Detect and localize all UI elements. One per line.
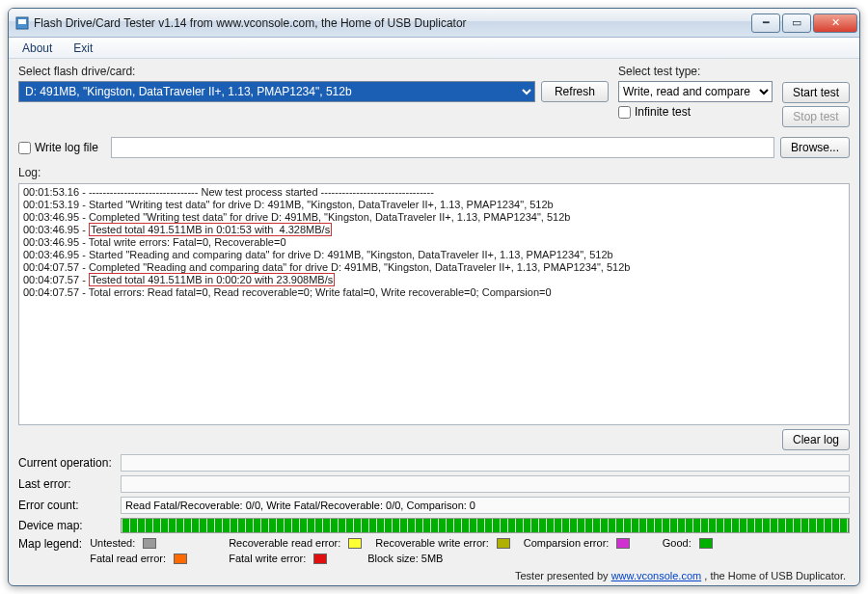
infinite-test-input[interactable] — [618, 106, 631, 119]
select-test-label: Select test type: — [618, 65, 773, 78]
minimize-button[interactable]: ━ — [751, 14, 780, 33]
write-log-checkbox[interactable]: Write log file — [18, 141, 105, 154]
log-label: Log: — [18, 166, 850, 179]
error-count-label: Error count: — [18, 499, 115, 512]
menu-about[interactable]: About — [13, 40, 62, 57]
app-window: Flash Drive/Card Tester v1.14 from www.v… — [8, 8, 860, 586]
maximize-button[interactable]: ▭ — [782, 14, 811, 33]
window-title: Flash Drive/Card Tester v1.14 from www.v… — [34, 16, 749, 30]
log-area: 00:01:53.16 - --------------------------… — [18, 183, 850, 425]
current-op-value — [121, 454, 850, 472]
close-button[interactable]: ✕ — [813, 14, 857, 33]
device-map-label: Device map: — [18, 519, 115, 532]
log-path-input[interactable] — [111, 137, 774, 158]
drive-select[interactable]: D: 491MB, "Kingston, DataTraveler II+, 1… — [18, 81, 535, 102]
footer-suffix: , the Home of USB Duplicator. — [704, 570, 846, 581]
legend-untested: Untested: — [90, 537, 215, 549]
last-error-value — [121, 475, 850, 493]
clear-log-button[interactable]: Clear log — [782, 429, 850, 450]
menu-bar: About Exit — [9, 38, 859, 59]
legend-fatal_write: Fatal write error: — [229, 553, 354, 564]
browse-button[interactable]: Browse... — [780, 137, 850, 158]
footer-prefix: Tester presented by — [515, 570, 611, 581]
content-area: Select flash drive/card: D: 491MB, "King… — [9, 59, 859, 585]
map-legend: Untested:Recoverable read error:Recovera… — [90, 537, 850, 564]
error-count-value: Read Fatal/Recoverable: 0/0, Write Fatal… — [121, 497, 850, 514]
footer-link[interactable]: www.vconsole.com — [611, 570, 702, 581]
legend-good: Good: — [663, 537, 788, 549]
last-error-label: Last error: — [18, 477, 115, 491]
app-icon — [14, 15, 30, 31]
stop-test-button[interactable]: Stop test — [782, 106, 850, 127]
legend-comparison: Comparsion error: — [524, 537, 649, 549]
infinite-test-checkbox[interactable]: Infinite test — [618, 105, 773, 119]
menu-exit[interactable]: Exit — [64, 40, 102, 57]
footer: Tester presented by www.vconsole.com , t… — [18, 568, 850, 581]
write-log-label: Write log file — [35, 141, 98, 154]
legend-recov_write: Recoverable write error: — [375, 537, 509, 549]
refresh-button[interactable]: Refresh — [541, 81, 609, 102]
legend-fatal_read: Fatal read error: — [90, 553, 215, 564]
map-legend-label: Map legend: — [18, 537, 84, 551]
current-op-label: Current operation: — [18, 456, 115, 470]
write-log-input[interactable] — [18, 142, 31, 154]
device-map — [121, 518, 850, 533]
legend-recov_read: Recoverable read error: — [229, 537, 362, 549]
select-drive-label: Select flash drive/card: — [18, 65, 609, 78]
legend-block_size: Block size: 5MB — [367, 553, 493, 564]
start-test-button[interactable]: Start test — [782, 82, 850, 103]
svg-rect-1 — [18, 19, 26, 24]
test-type-select[interactable]: Write, read and compare — [618, 81, 773, 102]
infinite-test-label: Infinite test — [635, 105, 691, 119]
log-text[interactable]: 00:01:53.16 - --------------------------… — [19, 184, 849, 424]
title-bar: Flash Drive/Card Tester v1.14 from www.v… — [9, 9, 859, 38]
